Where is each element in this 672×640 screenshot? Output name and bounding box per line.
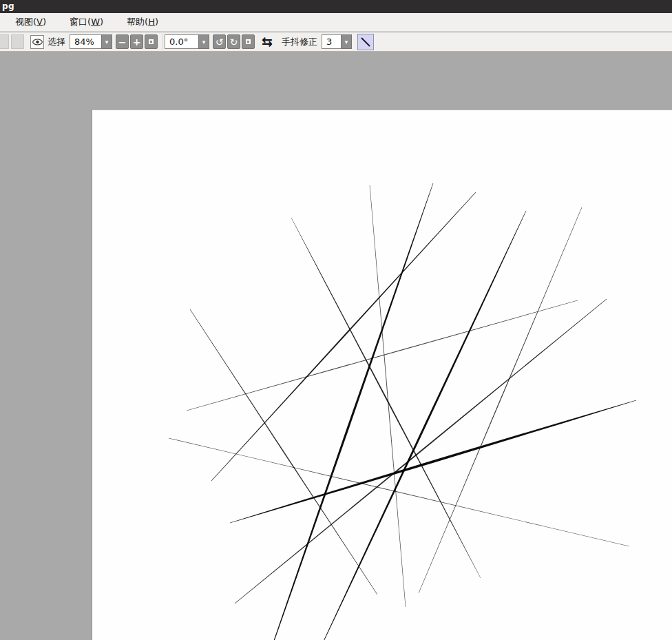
rotate-cw-icon: ↻ — [230, 37, 238, 47]
select-label: 选择 — [48, 36, 65, 48]
pen-stroke — [291, 218, 481, 578]
toolbar: 选择 84% ▾ − + 0.0° ▾ ↺ ↻ ⇆ 手抖修正 3 ▾ — [0, 32, 672, 51]
zoom-reset-button[interactable] — [145, 34, 158, 49]
pen-stroke — [230, 400, 636, 524]
line-tool-icon — [358, 34, 373, 50]
rotate-ccw-button[interactable]: ↺ — [213, 34, 226, 49]
chevron-down-icon: ▾ — [345, 39, 348, 45]
stabilizer-dropdown-button[interactable]: ▾ — [341, 34, 352, 49]
rotation-combo: 0.0° ▾ — [165, 34, 209, 49]
zoom-combo: 84% ▾ — [70, 34, 112, 49]
toolbar-disabled-button-2 — [11, 34, 24, 49]
toolbar-disabled-button-1 — [0, 34, 9, 49]
pen-stroke — [190, 309, 377, 595]
zoom-out-button[interactable]: − — [116, 34, 129, 49]
chevron-down-icon: ▾ — [105, 39, 109, 45]
reset-rotation-icon — [246, 39, 251, 44]
flip-horizontal-button[interactable]: ⇆ — [262, 35, 273, 48]
rotation-input[interactable]: 0.0° — [165, 34, 198, 49]
stabilizer-combo: 3 ▾ — [322, 34, 352, 49]
flip-arrows-icon: ⇆ — [262, 34, 273, 49]
rotate-ccw-icon: ↺ — [216, 37, 224, 47]
plus-icon: + — [133, 37, 141, 47]
pen-strokes-layer — [92, 110, 672, 640]
menu-help[interactable]: 帮助(H) — [124, 14, 161, 30]
window-title-bar[interactable]: pg — [0, 0, 672, 13]
drawing-canvas[interactable] — [92, 110, 672, 640]
minus-icon: − — [118, 37, 127, 47]
zoom-in-button[interactable]: + — [130, 34, 143, 49]
reset-zoom-icon — [149, 39, 154, 44]
zoom-input[interactable]: 84% — [70, 34, 101, 49]
stabilizer-input[interactable]: 3 — [322, 34, 341, 49]
rotation-dropdown-button[interactable]: ▾ — [198, 34, 209, 49]
line-tool-button[interactable] — [357, 34, 374, 50]
zoom-dropdown-button[interactable]: ▾ — [101, 34, 112, 49]
rotate-cw-button[interactable]: ↻ — [227, 34, 240, 49]
window-title: pg — [2, 1, 14, 11]
selection-visibility-button[interactable] — [30, 35, 44, 49]
pen-stroke — [370, 185, 406, 607]
eye-icon — [32, 39, 43, 45]
pen-stroke — [263, 183, 434, 640]
rotation-reset-button[interactable] — [242, 34, 255, 49]
toolbar-separator — [162, 34, 162, 50]
menu-window[interactable]: 窗口(W) — [67, 14, 106, 30]
stabilizer-label: 手抖修正 — [282, 36, 317, 48]
chevron-down-icon: ▾ — [202, 39, 206, 45]
workspace — [0, 52, 672, 640]
menu-bar: 视图(V) 窗口(W) 帮助(H) — [0, 13, 672, 32]
menu-view[interactable]: 视图(V) — [12, 14, 49, 30]
